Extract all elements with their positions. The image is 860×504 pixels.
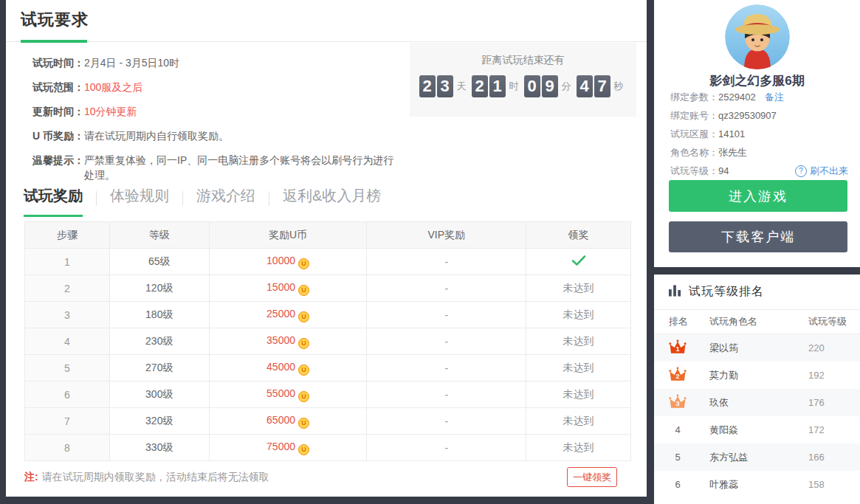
ranking-card: 试玩等级排名 排名 试玩角色名 试玩等级 1梁以筠2202莫力勤1923玖依17… — [654, 275, 860, 504]
reward-table-row: 3180级25000U-未达到 — [25, 302, 631, 328]
reward-cell: 15000U — [209, 275, 367, 302]
requirement-label: 试玩范围： — [32, 80, 84, 94]
rank-number: 5 — [669, 452, 687, 463]
footnote-text: 请在试玩周期内领取奖励，活动结束后将无法领取 — [42, 471, 269, 483]
reward-table-header-row: 步骤等级奖励U币VIP奖励领奖 — [25, 222, 631, 249]
reward-table-row: 8330级75000U-未达到 — [25, 435, 631, 461]
reward-table-header: 奖励U币 — [209, 222, 367, 249]
question-icon: ? — [795, 165, 807, 177]
countdown-unit: 分 — [562, 80, 571, 93]
vip-cell: - — [367, 435, 526, 461]
reward-amount: 65000 — [266, 414, 295, 426]
ranking-row: 1梁以筠220 — [654, 334, 860, 362]
level-cell: 320级 — [109, 408, 209, 435]
level-cell: 120级 — [109, 275, 209, 302]
requirement-value: 2月4日 - 3月5日10时 — [84, 55, 179, 70]
ranking-header: 试玩等级排名 — [654, 275, 860, 310]
trial-requirements-panel: 试玩要求 试玩时间：2月4日 - 3月5日10时试玩范围：100服及之后更新时间… — [6, 0, 647, 497]
reward-cell: 75000U — [209, 435, 367, 461]
player-level: 166 — [808, 452, 860, 463]
requirement-value: 10分钟更新 — [84, 104, 137, 119]
field-value: qz329530907 — [718, 106, 777, 125]
reward-amount: 25000 — [266, 308, 295, 320]
reward-table-header: 步骤 — [25, 222, 110, 249]
countdown-digit: 9 — [542, 75, 558, 97]
check-icon — [571, 257, 586, 269]
bar-chart-icon — [669, 285, 681, 300]
player-name: 黄阳焱 — [709, 424, 808, 437]
ranking-title: 试玩等级排名 — [689, 284, 764, 300]
tab-rebate-income[interactable]: 返利&收入月榜 — [283, 186, 381, 217]
tab-divider — [96, 191, 97, 206]
ranking-row: 4黄阳焱172 — [654, 416, 860, 443]
reward-cell: 45000U — [209, 355, 367, 382]
rank-cell: 5 — [669, 452, 709, 463]
game-field: 角色名称：张先生 — [670, 143, 850, 162]
player-level: 172 — [808, 424, 860, 435]
requirement-value: 100服及之后 — [84, 80, 142, 94]
tab-trial-rewards[interactable]: 试玩奖励 — [24, 186, 83, 217]
vip-cell: - — [367, 408, 526, 435]
claim-all-button[interactable]: 一键领奖 — [567, 467, 617, 487]
help-link[interactable]: ?刷不出来 — [795, 162, 848, 180]
enter-game-button[interactable]: 进入游戏 — [669, 180, 847, 212]
countdown-digits: 23天21时09分47秒 — [410, 75, 636, 97]
footnote-label: 注: — [24, 471, 38, 483]
reward-amount: 15000 — [266, 281, 295, 293]
u-coin-icon: U — [298, 365, 309, 376]
step-cell: 5 — [25, 355, 110, 382]
requirement-value: 请在试玩周期内自行领取奖励。 — [84, 128, 229, 143]
reward-cell: 10000U — [209, 249, 367, 275]
player-level: 158 — [808, 479, 860, 490]
vip-cell: - — [367, 328, 526, 355]
reward-table-row: 7320级65000U-未达到 — [25, 408, 631, 435]
download-client-button[interactable]: 下载客户端 — [669, 221, 847, 252]
countdown-title: 距离试玩结束还有 — [410, 54, 636, 67]
countdown-digit: 2 — [472, 75, 488, 97]
reward-amount: 55000 — [266, 387, 295, 399]
game-fields: 绑定参数：2529402备注绑定账号：qz329530907试玩区服：14101… — [670, 88, 850, 180]
level-cell: 300级 — [109, 382, 209, 408]
player-name: 梁以筠 — [709, 342, 808, 355]
tab-divider — [182, 191, 183, 206]
tab-game-intro[interactable]: 游戏介绍 — [196, 186, 255, 217]
u-coin-icon: U — [298, 311, 309, 322]
u-coin-icon: U — [298, 444, 309, 455]
ranking-col-name: 试玩角色名 — [709, 315, 808, 328]
u-coin-icon: U — [298, 285, 309, 296]
field-label: 绑定参数： — [670, 88, 718, 106]
game-field: 试玩等级：94?刷不出来 — [670, 162, 850, 180]
player-level: 176 — [808, 397, 860, 408]
vip-cell: - — [367, 355, 526, 382]
footnote: 注:请在试玩周期内领取奖励，活动结束后将无法领取 — [24, 471, 269, 484]
countdown-digit: 3 — [437, 75, 453, 97]
svg-text:2: 2 — [675, 373, 679, 380]
requirement-value: 严禁重复体验，同一IP、同一电脑注册多个账号将会以刷号行为进行处理。 — [84, 153, 402, 182]
title-row: 试玩要求 — [6, 0, 647, 42]
status-cell: 未达到 — [526, 302, 631, 328]
rank-number: 4 — [669, 424, 687, 435]
player-level: 192 — [808, 370, 860, 381]
vip-cell: - — [367, 249, 526, 275]
requirement-item: U 币奖励：请在试玩周期内自行领取奖励。 — [32, 128, 647, 143]
tab-bar: 试玩奖励体验规则游戏介绍返利&收入月榜 — [24, 186, 381, 217]
status-cell: 未达到 — [526, 275, 631, 302]
step-cell: 6 — [25, 382, 110, 408]
field-value: 94 — [718, 162, 729, 180]
step-cell: 8 — [25, 435, 110, 461]
svg-text:1: 1 — [675, 345, 679, 353]
tab-divider — [269, 191, 269, 206]
player-name: 东方弘益 — [709, 451, 808, 464]
step-cell: 1 — [25, 249, 110, 275]
reward-table-header: 等级 — [109, 222, 209, 249]
field-label: 试玩等级： — [670, 162, 718, 180]
level-cell: 230级 — [109, 328, 209, 355]
status-cell: 未达到 — [526, 408, 631, 435]
remark-link[interactable]: 备注 — [765, 88, 784, 106]
field-value: 14101 — [718, 125, 745, 143]
level-cell: 330级 — [109, 435, 209, 461]
rank-cell: 1 — [669, 339, 709, 357]
crown-icon: 1 — [669, 339, 687, 357]
tab-experience-rules[interactable]: 体验规则 — [110, 186, 169, 217]
status-cell: 未达到 — [526, 355, 631, 382]
